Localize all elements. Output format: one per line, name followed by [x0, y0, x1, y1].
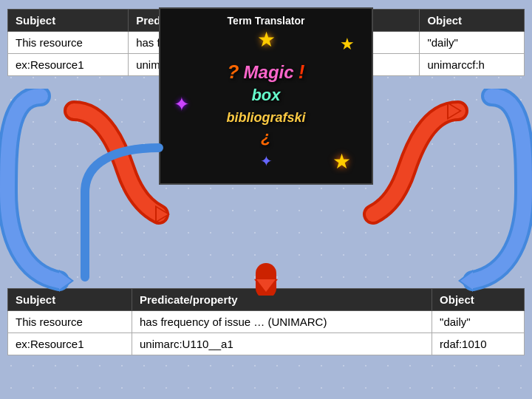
- top-row2-subject: ex:Resource1: [8, 54, 129, 76]
- bottom-row2-predicate: unimarc:U110__a1: [132, 333, 432, 355]
- question-mark: ?: [228, 61, 239, 83]
- top-row1-object: "daily": [420, 32, 525, 54]
- exclamation-mark: !: [299, 61, 305, 83]
- top-row1-subject: This resource: [8, 32, 129, 54]
- star-top-right-icon: ★: [340, 35, 355, 54]
- main-container: Subject Predicate/property Object This r…: [0, 0, 532, 399]
- top-header-object: Object: [420, 10, 525, 32]
- star-top-icon: ★: [257, 27, 276, 52]
- bottom-row1-object: "daily": [432, 311, 525, 333]
- magic-word: Magic: [244, 62, 294, 82]
- bottom-row2-object: rdaf:1010: [432, 333, 525, 355]
- table-row: This resource has frequency of issue … (…: [8, 311, 525, 333]
- term-translator-label: Term Translator: [228, 15, 305, 27]
- bottom-row1-predicate: has frequency of issue … (UNIMARC): [132, 311, 432, 333]
- top-header-subject: Subject: [8, 10, 129, 32]
- top-row2-object: unimarccf:h: [420, 54, 525, 76]
- bottom-table: Subject Predicate/property Object This r…: [7, 288, 525, 355]
- arrows-area: [0, 89, 532, 296]
- table-row: ex:Resource1 unimarc:U110__a1 rdaf:1010: [8, 333, 525, 355]
- bottom-row1-subject: This resource: [8, 311, 132, 333]
- bottom-row2-subject: ex:Resource1: [8, 333, 132, 355]
